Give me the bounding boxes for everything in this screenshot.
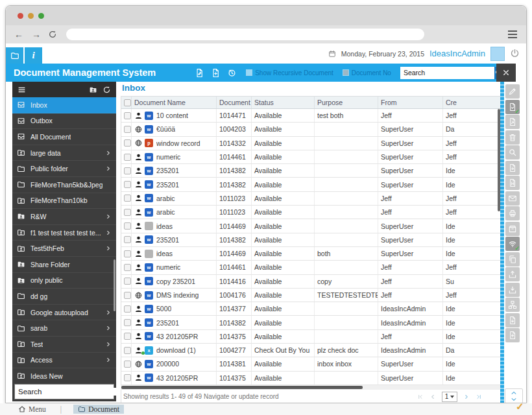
export-document-button[interactable] <box>505 313 520 327</box>
first-page-icon[interactable] <box>417 394 424 400</box>
power-icon[interactable] <box>510 49 520 58</box>
row-checkbox[interactable] <box>124 278 131 285</box>
edit-document-button[interactable] <box>505 84 520 99</box>
row-checkbox[interactable] <box>124 250 131 257</box>
row-checkbox[interactable] <box>124 333 131 340</box>
document-properties-button[interactable] <box>505 176 520 190</box>
table-horizontal-scrollbar[interactable] <box>121 385 500 390</box>
page-select[interactable]: 1 <box>442 392 457 402</box>
print-document-button[interactable] <box>505 206 520 220</box>
table-row[interactable]: wDMS indexing1004176AvailableTESTEDTESTE… <box>121 289 500 302</box>
publish-document-button[interactable]: ✓ <box>505 237 520 251</box>
row-checkbox[interactable] <box>124 222 131 230</box>
sidebar-item-test5thfeb[interactable]: Test5thFeb <box>12 241 116 257</box>
scroll-up-icon[interactable] <box>511 390 517 396</box>
show-recursive-checkbox[interactable]: Show Recursive Document <box>246 69 333 77</box>
table-row[interactable]: w43 201205PR1014375AvailableJeffIde <box>121 330 500 344</box>
forward-button[interactable]: → <box>32 30 41 39</box>
tab-info[interactable]: i <box>25 47 42 64</box>
table-row[interactable]: w2000001014381Availableinbox inboxSuperU… <box>121 357 500 371</box>
row-checkbox[interactable] <box>124 139 131 147</box>
sidebar-item-filemorethan5kb-jpeg[interactable]: FileMoreThan5kb&Jpeg <box>12 177 116 193</box>
table-row[interactable]: pwindow record1014332AvailableSuperUserJ… <box>121 137 500 150</box>
col-created[interactable]: Cre <box>443 97 500 108</box>
table-row[interactable]: wnumeric1014461AvailableJeffJeff <box>121 261 500 274</box>
prev-page-icon[interactable] <box>429 394 436 400</box>
copy-document-button[interactable] <box>505 252 520 267</box>
last-page-icon[interactable] <box>476 394 482 400</box>
table-row[interactable]: wnumeric1014461AvailableSuperUserJeff <box>121 150 500 164</box>
table-row[interactable]: w43 201205PR1014375AvailableSuperUserIde <box>121 372 500 385</box>
sidebar-item-outbox[interactable]: Outbox <box>12 113 116 130</box>
new-document-icon[interactable] <box>195 68 204 78</box>
table-row[interactable]: w2352011014382AvailableSuperUserIde <box>121 164 500 178</box>
reload-icon[interactable] <box>48 30 57 39</box>
sidebar-item-access[interactable]: Access <box>12 353 116 369</box>
upload-document-button[interactable] <box>505 267 520 281</box>
sidebar-item-inbox[interactable]: Inbox <box>12 97 116 113</box>
archive-document-button[interactable] <box>505 222 520 236</box>
table-row[interactable]: w2352011014382AvailableIdeasIncAdminIde <box>121 316 500 329</box>
row-checkbox[interactable] <box>124 347 131 354</box>
shared-folder-icon[interactable] <box>89 86 97 94</box>
sidebar-item-google-autoupload[interactable]: Google autoupload <box>12 305 116 321</box>
close-panel-button[interactable] <box>496 64 516 82</box>
taskbar-menu[interactable]: Menu <box>18 405 46 413</box>
sidebar-item-public-folder[interactable]: Public folder <box>12 161 116 177</box>
table-row[interactable]: w50001014377AvailableIdeasIncAdminIde <box>121 302 500 316</box>
header-search-input[interactable] <box>400 67 494 79</box>
row-checkbox[interactable] <box>124 126 131 133</box>
row-checkbox[interactable] <box>124 112 131 119</box>
download-document-button[interactable] <box>505 283 520 297</box>
row-checkbox[interactable] <box>124 181 131 188</box>
col-status[interactable]: Status <box>252 97 315 108</box>
table-row[interactable]: ideas1014469AvailablebothSuperUserIde <box>121 247 500 261</box>
table-row[interactable]: w€ûüöä1004203AvailableSuperUserDa <box>121 123 500 136</box>
checkbox-icon[interactable] <box>343 69 349 76</box>
table-row[interactable]: ideas1014469AvailableSuperUserIde <box>121 219 500 233</box>
browser-menu-icon[interactable] <box>508 30 517 38</box>
window-close-button[interactable] <box>18 13 23 19</box>
sidebar-search-input[interactable] <box>15 388 121 396</box>
sidebar-item-test[interactable]: Test <box>12 337 116 353</box>
panel-scrollbar-strip[interactable] <box>500 82 504 403</box>
row-checkbox[interactable] <box>124 154 131 161</box>
col-document-name[interactable]: Document Name <box>132 97 217 108</box>
sidebar-item-filemorethan10kb[interactable]: FileMoreThan10kb <box>12 193 116 209</box>
row-checkbox[interactable] <box>124 167 131 174</box>
table-row[interactable]: w2352011014382AvailableSuperUserIde <box>121 178 500 191</box>
logged-in-user[interactable]: IdeasIncAdmin <box>429 49 485 58</box>
col-purpose[interactable]: Purpose <box>315 97 378 108</box>
window-minimize-button[interactable] <box>28 13 34 19</box>
row-checkbox[interactable] <box>124 374 131 381</box>
window-zoom-button[interactable] <box>38 13 44 19</box>
table-row[interactable]: w2352011014382AvailableSuperUserIde <box>121 233 500 247</box>
sidebar-item-sarab[interactable]: sarab <box>12 320 116 337</box>
tab-documents[interactable] <box>6 47 23 64</box>
move-document-button[interactable] <box>505 161 520 175</box>
table-row[interactable]: warabic1011023AvailableJeffJeff <box>121 206 500 219</box>
table-row[interactable]: w10 content1014471Availabletest bothJeff… <box>121 109 500 123</box>
sidebar-item-dd-gg[interactable]: dd gg <box>12 289 116 305</box>
checkbox-icon[interactable] <box>246 69 252 76</box>
avatar[interactable] <box>490 47 505 61</box>
document-no-checkbox[interactable]: Document No <box>343 69 391 77</box>
taskbar-document[interactable]: Document <box>73 405 124 414</box>
row-checkbox[interactable] <box>124 361 131 368</box>
col-document-no[interactable]: Document No <box>217 97 252 108</box>
history-icon[interactable] <box>227 68 237 78</box>
sidebar-item-only-public[interactable]: only public <box>12 273 116 289</box>
back-button[interactable]: ← <box>14 30 23 39</box>
delete-document-button[interactable] <box>505 130 520 145</box>
add-document-icon[interactable] <box>211 68 221 78</box>
sidebar-item-share-folder[interactable]: Share Folder <box>12 257 116 273</box>
workflow-button[interactable] <box>505 298 520 312</box>
sidebar-item-all-document[interactable]: All Document <box>12 129 116 145</box>
row-checkbox[interactable] <box>124 305 131 313</box>
row-checkbox[interactable] <box>124 195 131 202</box>
forward-document-button[interactable] <box>505 115 520 129</box>
table-row[interactable]: xdownload (1)1004277Check Out By Youplz … <box>121 344 500 357</box>
table-row[interactable]: warabic1011023AvailableJeffJeff <box>121 192 500 206</box>
row-checkbox[interactable] <box>124 319 131 326</box>
row-checkbox[interactable] <box>124 209 131 216</box>
